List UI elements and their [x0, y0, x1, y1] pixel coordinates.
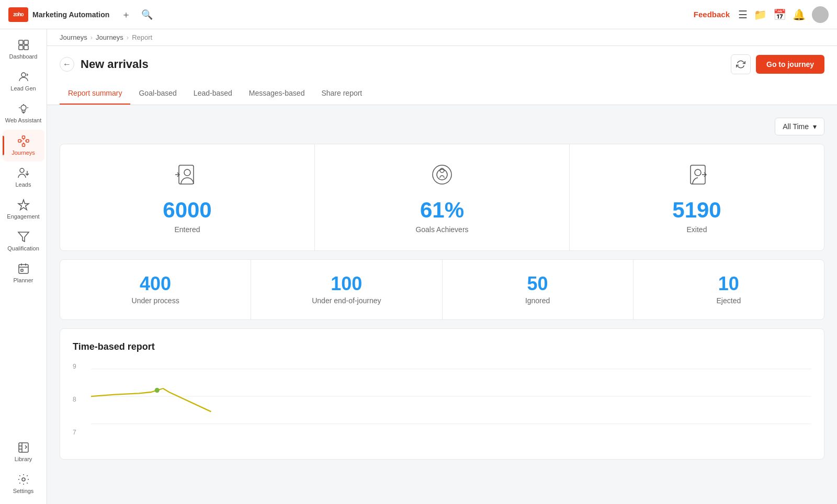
primary-stats-row: 6000 Entered 61% Goals Achievers — [60, 144, 824, 251]
stat-card-entered: 6000 Entered — [60, 144, 315, 250]
lead-gen-icon — [17, 71, 30, 83]
stat-label-goals: Goals Achievers — [415, 225, 468, 234]
sidebar-item-planner[interactable]: Planner — [3, 257, 44, 289]
sidebar-item-library[interactable]: Library — [3, 436, 44, 468]
sidebar-item-label-engagement: Engagement — [7, 213, 39, 220]
journeys-icon — [17, 135, 30, 147]
svg-rect-0 — [19, 40, 23, 44]
app-name: Marketing Automation — [32, 10, 109, 19]
content-area: All Time ▾ 6000 — [47, 105, 837, 472]
svg-rect-6 — [18, 140, 21, 142]
tab-messages-based[interactable]: Messages-based — [241, 83, 313, 105]
stat-value-ejected: 10 — [718, 274, 739, 293]
svg-rect-1 — [24, 40, 28, 44]
refresh-button[interactable] — [731, 54, 751, 74]
svg-rect-16 — [179, 165, 194, 184]
exited-icon — [683, 161, 710, 193]
stat-label-under-process: Under process — [132, 296, 179, 305]
svg-rect-12 — [19, 265, 28, 273]
leads-icon — [17, 167, 30, 179]
sidebar-item-label-planner: Planner — [14, 277, 33, 284]
tab-lead-based[interactable]: Lead-based — [185, 83, 241, 105]
stat-label-exited: Exited — [687, 225, 707, 234]
time-filter-button[interactable]: All Time ▾ — [775, 118, 824, 135]
stat-card-under-process: 400 Under process — [60, 260, 251, 319]
time-filter-label: All Time — [783, 122, 809, 131]
svg-rect-13 — [21, 269, 23, 271]
tab-goal-based[interactable]: Goal-based — [130, 83, 185, 105]
qualification-icon — [17, 231, 30, 243]
stat-card-ignored: 50 Ignored — [443, 260, 634, 319]
svg-point-10 — [20, 168, 24, 173]
stat-value-ignored: 50 — [527, 274, 548, 293]
y-label-7: 7 — [73, 429, 88, 436]
page-title-row: ← New arrivals — [60, 57, 149, 72]
sidebar-item-leads[interactable]: Leads — [3, 162, 44, 193]
header-actions: Go to journey — [731, 54, 824, 74]
sidebar-item-dashboard[interactable]: Dashboard — [3, 33, 44, 65]
list-icon[interactable]: ☰ — [738, 8, 748, 21]
sidebar-item-label-dashboard: Dashboard — [9, 53, 38, 60]
chart-svg — [91, 363, 811, 436]
library-icon — [17, 441, 30, 454]
topbar: zoho Marketing Automation ＋ 🔍 Feedback ☰… — [0, 0, 837, 29]
topbar-right: Feedback ☰ 📁 📅 🔔 — [694, 6, 829, 23]
chart-canvas — [91, 363, 811, 436]
refresh-icon — [736, 60, 745, 69]
tab-report-summary[interactable]: Report summary — [60, 83, 130, 105]
sidebar-item-web-assistant[interactable]: Web Assistant — [3, 97, 44, 129]
page-title: New arrivals — [81, 58, 149, 71]
stat-value-under-end: 100 — [331, 274, 362, 293]
tab-share-report[interactable]: Share report — [313, 83, 370, 105]
sidebar-item-settings[interactable]: Settings — [3, 468, 44, 500]
stat-card-ejected: 10 Ejected — [634, 260, 824, 319]
svg-rect-7 — [26, 140, 29, 142]
breadcrumb-journeys-sub[interactable]: Journeys — [96, 33, 123, 41]
back-button[interactable]: ← — [60, 57, 74, 72]
zoho-logo: zoho — [8, 7, 28, 22]
notification-icon[interactable]: 🔔 — [793, 8, 806, 21]
svg-rect-2 — [19, 45, 23, 50]
goals-icon — [428, 161, 456, 193]
stat-card-goals: 61% Goals Achievers — [315, 144, 570, 250]
stat-label-ejected: Ejected — [717, 296, 741, 305]
app-logo: zoho Marketing Automation — [8, 7, 109, 22]
sidebar-item-label-qualification: Qualification — [7, 245, 39, 252]
add-button[interactable]: ＋ — [118, 6, 134, 23]
breadcrumb-journeys[interactable]: Journeys — [60, 33, 87, 41]
calendar-icon[interactable]: 📅 — [773, 8, 786, 21]
stat-card-exited: 5190 Exited — [570, 144, 824, 250]
page-header: ← New arrivals Go to journey R — [47, 46, 837, 105]
sidebar-item-engagement[interactable]: Engagement — [3, 193, 44, 225]
sidebar-item-qualification[interactable]: Qualification — [3, 225, 44, 257]
goto-journey-button[interactable]: Go to journey — [756, 55, 824, 74]
y-label-8: 8 — [73, 396, 88, 403]
y-axis: 9 8 7 — [73, 363, 88, 436]
stat-value-goals: 61% — [420, 199, 464, 221]
dashboard-icon — [17, 39, 30, 51]
stat-label-entered: Entered — [174, 225, 200, 234]
user-avatar[interactable] — [812, 6, 829, 23]
layout: Dashboard Lead Gen Web Assistant — [0, 29, 837, 504]
breadcrumb: Journeys › Journeys › Report — [47, 29, 837, 46]
feedback-button[interactable]: Feedback — [694, 10, 730, 19]
svg-point-20 — [440, 168, 444, 173]
folder-icon[interactable]: 📁 — [754, 8, 767, 21]
stat-value-under-process: 400 — [140, 274, 171, 293]
secondary-stats-row: 400 Under process 100 Under end-of-journ… — [60, 259, 824, 320]
sidebar-item-journeys[interactable]: Journeys — [3, 130, 44, 162]
chevron-down-icon: ▾ — [813, 122, 817, 131]
sidebar-item-label-library: Library — [15, 456, 32, 463]
sidebar-item-label-journeys: Journeys — [12, 150, 35, 156]
stat-value-entered: 6000 — [163, 199, 211, 221]
svg-point-15 — [22, 478, 25, 481]
stat-label-ignored: Ignored — [525, 296, 550, 305]
stat-label-under-end: Under end-of-journey — [312, 296, 381, 305]
search-button[interactable]: 🔍 — [139, 6, 155, 23]
chart-section: Time-based report 9 8 7 — [60, 328, 824, 460]
stat-card-under-end: 100 Under end-of-journey — [251, 260, 442, 319]
sidebar-item-lead-gen[interactable]: Lead Gen — [3, 65, 44, 97]
chart-title: Time-based report — [73, 341, 811, 352]
svg-rect-3 — [24, 45, 28, 50]
tabs: Report summary Goal-based Lead-based Mes… — [60, 83, 824, 105]
